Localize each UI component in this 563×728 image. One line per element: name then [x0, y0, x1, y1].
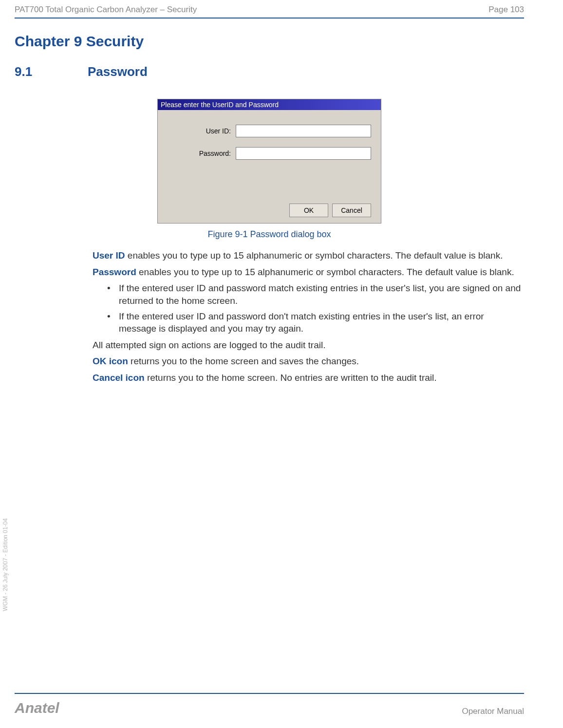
list-item: If the entered user ID and password don'… — [107, 310, 524, 335]
cancel-button[interactable]: Cancel — [332, 204, 371, 217]
text-user-id: enables you to type up to 15 alphanumeri… — [125, 250, 503, 261]
password-row: Password: — [168, 147, 371, 160]
header-left: PAT700 Total Organic Carbon Analyzer – S… — [15, 5, 197, 15]
text-password: enables you to type up to 15 alphanumeri… — [136, 267, 514, 277]
ok-button[interactable]: OK — [289, 204, 328, 217]
section-heading: 9.1 Password — [15, 64, 524, 79]
term-password: Password — [93, 267, 136, 277]
user-id-label: User ID: — [168, 127, 231, 135]
content: Chapter 9 Security 9.1 Password Please e… — [0, 19, 563, 384]
dialog-title-bar: Please enter the UserID and Password — [158, 99, 381, 110]
text-cancel: returns you to the home screen. No entri… — [145, 373, 437, 383]
password-dialog: Please enter the UserID and Password Use… — [157, 99, 381, 224]
user-id-input[interactable] — [236, 125, 371, 137]
term-ok-icon: OK icon — [93, 356, 128, 366]
header-right: Page 103 — [488, 5, 524, 15]
password-label: Password: — [168, 149, 231, 157]
password-input[interactable] — [236, 147, 371, 160]
side-revision-text: WGM - 26 July 2007 - Edition 01-04 — [2, 518, 9, 611]
section-title: Password — [88, 64, 148, 79]
footer-doc-type: Operator Manual — [462, 707, 524, 716]
footer-brand: Anatel — [15, 700, 59, 716]
paragraph-password: Password enables you to type up to 15 al… — [93, 266, 524, 279]
chapter-title: Chapter 9 Security — [15, 33, 524, 50]
body-text: User ID enables you to type up to 15 alp… — [93, 249, 524, 384]
paragraph-cancel: Cancel icon returns you to the home scre… — [93, 372, 524, 384]
section-number: 9.1 — [15, 64, 88, 79]
text-ok: returns you to the home screen and saves… — [128, 356, 359, 366]
dialog-button-row: OK Cancel — [158, 199, 381, 223]
page-header: PAT700 Total Organic Carbon Analyzer – S… — [0, 0, 563, 18]
paragraph-user-id: User ID enables you to type up to 15 alp… — [93, 249, 524, 262]
paragraph-audit: All attempted sign on actions are logged… — [93, 339, 524, 352]
page-footer: Anatel Operator Manual — [15, 700, 524, 716]
figure-caption: Figure 9-1 Password dialog box — [207, 229, 331, 240]
list-item: If the entered user ID and password matc… — [107, 282, 524, 307]
term-user-id: User ID — [93, 250, 125, 261]
footer-rule — [15, 693, 524, 694]
paragraph-ok: OK icon returns you to the home screen a… — [93, 355, 524, 368]
figure: Please enter the UserID and Password Use… — [15, 99, 524, 240]
bullet-list: If the entered user ID and password matc… — [93, 282, 524, 335]
user-id-row: User ID: — [168, 125, 371, 137]
term-cancel-icon: Cancel icon — [93, 373, 145, 383]
dialog-body: User ID: Password: — [158, 110, 381, 179]
